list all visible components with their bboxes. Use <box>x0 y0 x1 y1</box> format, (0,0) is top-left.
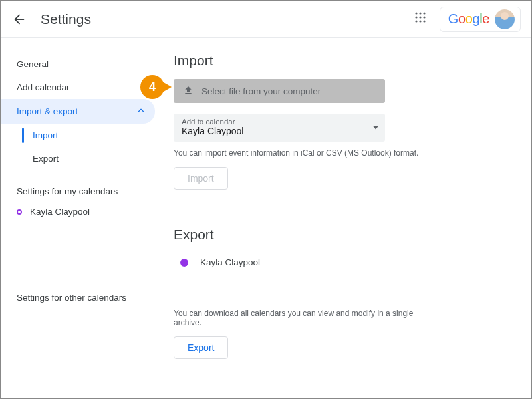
calendar-color-icon <box>180 259 188 267</box>
sidebar-item-import-export[interactable]: Import & export <box>1 99 155 124</box>
select-label: Add to calendar <box>182 118 377 126</box>
svg-point-3 <box>415 16 417 18</box>
import-section-title: Import <box>174 53 511 68</box>
svg-point-6 <box>415 20 417 22</box>
import-hint: You can import event information in iCal… <box>174 148 426 158</box>
select-file-button[interactable]: Select file from your computer <box>174 79 385 103</box>
svg-point-4 <box>419 16 421 18</box>
calendar-name: Kayla Claypool <box>30 207 90 217</box>
svg-point-8 <box>423 20 425 22</box>
svg-point-0 <box>415 12 417 14</box>
export-section-title: Export <box>174 227 511 243</box>
account-switcher[interactable]: Google <box>440 7 521 32</box>
export-hint: You can download all calendars you can v… <box>174 309 426 327</box>
callout-number: 4 <box>149 80 156 94</box>
svg-point-7 <box>419 20 421 22</box>
sidebar-sub-import[interactable]: Import <box>1 124 155 147</box>
add-to-calendar-select[interactable]: Add to calendar Kayla Claypool <box>174 114 385 142</box>
svg-point-1 <box>419 12 421 14</box>
svg-point-5 <box>423 16 425 18</box>
import-button[interactable]: Import <box>174 167 228 190</box>
main-content: Import Select file from your computer Ad… <box>155 38 531 399</box>
svg-point-2 <box>423 12 425 14</box>
export-button[interactable]: Export <box>174 336 228 359</box>
export-calendar-item: Kayla Claypool <box>174 253 511 271</box>
dropdown-icon <box>373 126 378 130</box>
step-callout: 4 <box>140 75 164 99</box>
calendar-color-icon <box>17 209 22 215</box>
select-file-label: Select file from your computer <box>201 86 321 96</box>
header: Settings Google <box>1 1 531 38</box>
google-logo: Google <box>448 11 489 27</box>
sidebar: General Add calendar Import & export Imp… <box>1 38 155 399</box>
chevron-up-icon <box>136 106 146 117</box>
upload-icon <box>183 85 194 98</box>
other-calendars-heading: Settings for other calendars <box>1 221 155 309</box>
sidebar-item-general[interactable]: General <box>1 53 155 76</box>
apps-icon[interactable] <box>414 11 430 27</box>
back-button[interactable] <box>11 11 27 27</box>
my-calendar-item[interactable]: Kayla Claypool <box>1 203 155 221</box>
page-title: Settings <box>41 11 414 27</box>
avatar[interactable] <box>495 9 515 29</box>
select-value: Kayla Claypool <box>182 126 377 136</box>
sidebar-item-add-calendar[interactable]: Add calendar <box>1 76 155 99</box>
export-calendar-name: Kayla Claypool <box>200 257 260 267</box>
sidebar-sub-export[interactable]: Export <box>1 147 155 170</box>
sidebar-item-label: Import & export <box>17 106 78 116</box>
my-calendars-heading: Settings for my calendars <box>1 170 155 203</box>
